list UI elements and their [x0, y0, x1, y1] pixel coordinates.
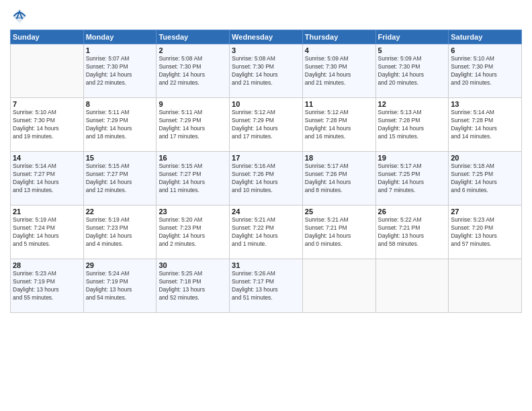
calendar-cell: 30Sunrise: 5:25 AM Sunset: 7:18 PM Dayli…: [157, 259, 230, 313]
day-number: 21: [13, 208, 81, 216]
day-info: Sunrise: 5:14 AM Sunset: 7:27 PM Dayligh…: [13, 163, 81, 195]
calendar-cell: 17Sunrise: 5:16 AM Sunset: 7:26 PM Dayli…: [230, 152, 303, 205]
calendar-cell: 26Sunrise: 5:22 AM Sunset: 7:21 PM Dayli…: [375, 205, 449, 259]
day-info: Sunrise: 5:26 AM Sunset: 7:17 PM Dayligh…: [232, 270, 300, 302]
day-number: 11: [305, 100, 373, 108]
calendar-cell: 23Sunrise: 5:20 AM Sunset: 7:23 PM Dayli…: [157, 205, 230, 259]
weekday-header-monday: Monday: [83, 30, 157, 44]
day-info: Sunrise: 5:23 AM Sunset: 7:20 PM Dayligh…: [451, 216, 519, 248]
day-number: 6: [451, 46, 519, 54]
calendar-cell: [11, 44, 84, 98]
day-number: 22: [86, 208, 154, 216]
day-info: Sunrise: 5:09 AM Sunset: 7:30 PM Dayligh…: [305, 55, 373, 87]
calendar-cell: 6Sunrise: 5:10 AM Sunset: 7:30 PM Daylig…: [449, 44, 522, 98]
day-info: Sunrise: 5:24 AM Sunset: 7:19 PM Dayligh…: [86, 270, 154, 302]
day-number: 9: [159, 100, 227, 108]
calendar-cell: [302, 259, 375, 313]
day-number: 14: [13, 154, 81, 162]
day-number: 1: [86, 46, 154, 54]
calendar-cell: 25Sunrise: 5:21 AM Sunset: 7:21 PM Dayli…: [302, 205, 375, 259]
week-row-4: 21Sunrise: 5:19 AM Sunset: 7:24 PM Dayli…: [11, 205, 522, 259]
calendar-cell: 19Sunrise: 5:17 AM Sunset: 7:25 PM Dayli…: [375, 152, 449, 205]
calendar-body: 1Sunrise: 5:07 AM Sunset: 7:30 PM Daylig…: [11, 44, 522, 313]
weekday-header-saturday: Saturday: [449, 30, 522, 44]
calendar-cell: 8Sunrise: 5:11 AM Sunset: 7:29 PM Daylig…: [83, 98, 157, 152]
day-info: Sunrise: 5:09 AM Sunset: 7:30 PM Dayligh…: [378, 55, 447, 87]
day-number: 18: [305, 154, 373, 162]
day-number: 30: [159, 261, 227, 269]
day-info: Sunrise: 5:11 AM Sunset: 7:29 PM Dayligh…: [86, 109, 154, 141]
calendar-cell: 29Sunrise: 5:24 AM Sunset: 7:19 PM Dayli…: [83, 259, 157, 313]
calendar-page: SundayMondayTuesdayWednesdayThursdayFrid…: [0, 0, 532, 411]
calendar-cell: 3Sunrise: 5:08 AM Sunset: 7:30 PM Daylig…: [230, 44, 303, 98]
calendar-cell: 1Sunrise: 5:07 AM Sunset: 7:30 PM Daylig…: [83, 44, 157, 98]
day-number: 5: [378, 46, 447, 54]
weekday-header-tuesday: Tuesday: [157, 30, 230, 44]
day-number: 12: [378, 100, 447, 108]
day-info: Sunrise: 5:25 AM Sunset: 7:18 PM Dayligh…: [159, 270, 227, 302]
calendar-cell: 20Sunrise: 5:18 AM Sunset: 7:25 PM Dayli…: [449, 152, 522, 205]
day-info: Sunrise: 5:17 AM Sunset: 7:26 PM Dayligh…: [305, 163, 373, 195]
day-info: Sunrise: 5:10 AM Sunset: 7:30 PM Dayligh…: [13, 109, 81, 141]
day-number: 16: [159, 154, 227, 162]
calendar-cell: 16Sunrise: 5:15 AM Sunset: 7:27 PM Dayli…: [157, 152, 230, 205]
day-number: 23: [159, 208, 227, 216]
day-number: 26: [378, 208, 447, 216]
day-info: Sunrise: 5:20 AM Sunset: 7:23 PM Dayligh…: [159, 216, 227, 248]
weekday-header-wednesday: Wednesday: [230, 30, 303, 44]
day-info: Sunrise: 5:07 AM Sunset: 7:30 PM Dayligh…: [86, 55, 154, 87]
calendar-cell: 24Sunrise: 5:21 AM Sunset: 7:22 PM Dayli…: [230, 205, 303, 259]
day-info: Sunrise: 5:21 AM Sunset: 7:21 PM Dayligh…: [305, 216, 373, 248]
calendar-cell: 14Sunrise: 5:14 AM Sunset: 7:27 PM Dayli…: [11, 152, 84, 205]
weekday-row: SundayMondayTuesdayWednesdayThursdayFrid…: [11, 30, 522, 44]
calendar-cell: 27Sunrise: 5:23 AM Sunset: 7:20 PM Dayli…: [449, 205, 522, 259]
day-number: 8: [86, 100, 154, 108]
day-number: 3: [232, 46, 300, 54]
calendar-cell: 7Sunrise: 5:10 AM Sunset: 7:30 PM Daylig…: [11, 98, 84, 152]
day-number: 13: [451, 100, 519, 108]
weekday-header-thursday: Thursday: [302, 30, 375, 44]
day-number: 17: [232, 154, 300, 162]
week-row-3: 14Sunrise: 5:14 AM Sunset: 7:27 PM Dayli…: [11, 152, 522, 205]
day-number: 19: [378, 154, 447, 162]
logo-icon: [10, 7, 29, 26]
week-row-1: 1Sunrise: 5:07 AM Sunset: 7:30 PM Daylig…: [11, 44, 522, 98]
calendar-cell: [449, 259, 522, 313]
day-info: Sunrise: 5:16 AM Sunset: 7:26 PM Dayligh…: [232, 163, 300, 195]
day-number: 20: [451, 154, 519, 162]
week-row-5: 28Sunrise: 5:23 AM Sunset: 7:19 PM Dayli…: [11, 259, 522, 313]
calendar-header: SundayMondayTuesdayWednesdayThursdayFrid…: [11, 30, 522, 44]
calendar-cell: 31Sunrise: 5:26 AM Sunset: 7:17 PM Dayli…: [230, 259, 303, 313]
calendar-cell: 15Sunrise: 5:15 AM Sunset: 7:27 PM Dayli…: [83, 152, 157, 205]
day-number: 28: [13, 261, 81, 269]
day-number: 10: [232, 100, 300, 108]
logo: [10, 7, 32, 26]
weekday-header-sunday: Sunday: [11, 30, 84, 44]
calendar-cell: 11Sunrise: 5:12 AM Sunset: 7:28 PM Dayli…: [302, 98, 375, 152]
day-info: Sunrise: 5:11 AM Sunset: 7:29 PM Dayligh…: [159, 109, 227, 141]
calendar-cell: 18Sunrise: 5:17 AM Sunset: 7:26 PM Dayli…: [302, 152, 375, 205]
day-info: Sunrise: 5:12 AM Sunset: 7:29 PM Dayligh…: [232, 109, 300, 141]
calendar-cell: [375, 259, 449, 313]
day-info: Sunrise: 5:19 AM Sunset: 7:23 PM Dayligh…: [86, 216, 154, 248]
day-number: 4: [305, 46, 373, 54]
calendar-cell: 22Sunrise: 5:19 AM Sunset: 7:23 PM Dayli…: [83, 205, 157, 259]
day-info: Sunrise: 5:23 AM Sunset: 7:19 PM Dayligh…: [13, 270, 81, 302]
day-info: Sunrise: 5:15 AM Sunset: 7:27 PM Dayligh…: [159, 163, 227, 195]
calendar-cell: 4Sunrise: 5:09 AM Sunset: 7:30 PM Daylig…: [302, 44, 375, 98]
day-number: 27: [451, 208, 519, 216]
day-number: 24: [232, 208, 300, 216]
calendar-cell: 13Sunrise: 5:14 AM Sunset: 7:28 PM Dayli…: [449, 98, 522, 152]
calendar-table: SundayMondayTuesdayWednesdayThursdayFrid…: [10, 30, 522, 313]
calendar-cell: 5Sunrise: 5:09 AM Sunset: 7:30 PM Daylig…: [375, 44, 449, 98]
calendar-cell: 10Sunrise: 5:12 AM Sunset: 7:29 PM Dayli…: [230, 98, 303, 152]
calendar-cell: 12Sunrise: 5:13 AM Sunset: 7:28 PM Dayli…: [375, 98, 449, 152]
day-info: Sunrise: 5:19 AM Sunset: 7:24 PM Dayligh…: [13, 216, 81, 248]
day-number: 25: [305, 208, 373, 216]
day-number: 29: [86, 261, 154, 269]
calendar-cell: 9Sunrise: 5:11 AM Sunset: 7:29 PM Daylig…: [157, 98, 230, 152]
day-info: Sunrise: 5:08 AM Sunset: 7:30 PM Dayligh…: [159, 55, 227, 87]
day-number: 2: [159, 46, 227, 54]
day-number: 31: [232, 261, 300, 269]
day-info: Sunrise: 5:12 AM Sunset: 7:28 PM Dayligh…: [305, 109, 373, 141]
